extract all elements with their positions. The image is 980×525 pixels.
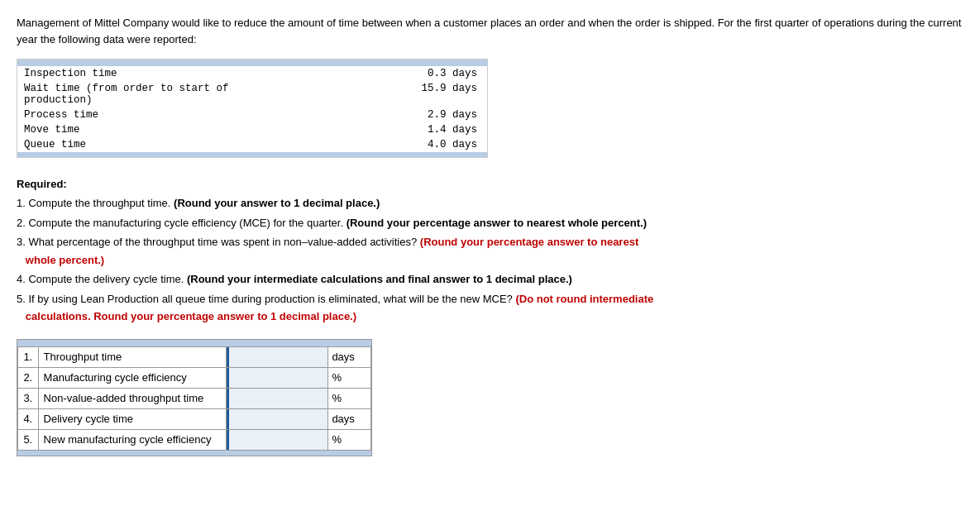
answer-row-label: Manufacturing cycle efficiency — [38, 367, 226, 388]
intro-paragraph: Management of Mittel Company would like … — [17, 15, 963, 47]
answer-input-cell[interactable] — [226, 408, 328, 429]
answer-row-unit: days — [328, 408, 371, 429]
req-4-bold: (Round your intermediate calculations an… — [187, 273, 572, 285]
data-row-value: 4.0 days — [282, 137, 487, 152]
data-row-label: Move time — [17, 122, 282, 137]
answer-row-number: 5. — [18, 429, 39, 450]
req-item-3: 3. What percentage of the throughput tim… — [17, 233, 963, 269]
data-table-wrapper: Inspection time 0.3 days Wait time (from… — [17, 59, 488, 158]
req-1-number: 1. — [17, 197, 28, 209]
req-1-plain: Compute the throughput time. — [28, 197, 174, 209]
answer-table-wrapper: 1. Throughput time days 2. Manufacturing… — [17, 339, 372, 456]
answer-row-unit: days — [328, 346, 371, 367]
data-row-value: 15.9 days — [282, 81, 487, 107]
answer-row: 5. New manufacturing cycle efficiency % — [18, 429, 371, 450]
answer-input-cell[interactable] — [226, 388, 328, 408]
required-section: Required: 1. Compute the throughput time… — [17, 175, 963, 326]
data-row-value: 1.4 days — [282, 122, 487, 137]
data-row-value: 0.3 days — [282, 66, 487, 81]
req-item-1: 1. Compute the throughput time. (Round y… — [17, 194, 963, 212]
req-2-number: 2. — [17, 217, 28, 229]
answer-row-unit: % — [328, 388, 371, 408]
req-5-number: 5. — [17, 293, 28, 305]
req-item-2: 2. Compute the manufacturing cycle effic… — [17, 214, 963, 231]
answer-row-number: 1. — [18, 346, 39, 367]
data-table-header — [17, 60, 487, 66]
required-heading: Required: — [17, 178, 67, 190]
data-row: Inspection time 0.3 days — [17, 66, 487, 81]
data-table-footer — [17, 152, 487, 157]
req-3-number: 3. — [17, 236, 28, 248]
data-row: Move time 1.4 days — [17, 122, 487, 137]
answer-row-number: 2. — [18, 367, 39, 388]
data-row: Queue time 4.0 days — [17, 137, 487, 152]
answer-row: 3. Non-value-added throughput time % — [18, 388, 371, 408]
answer-table-footer — [17, 451, 371, 456]
answer-row-number: 4. — [18, 408, 39, 429]
answer-input-4[interactable] — [227, 409, 328, 429]
data-row: Process time 2.9 days — [17, 107, 487, 122]
answer-row: 1. Throughput time days — [18, 346, 371, 367]
data-row-label: Inspection time — [17, 66, 282, 81]
answer-input-cell[interactable] — [226, 346, 328, 367]
req-2-bold: (Round your percentage answer to nearest… — [347, 217, 647, 229]
answer-input-2[interactable] — [227, 368, 328, 388]
req-4-plain: Compute the delivery cycle time. — [28, 273, 186, 285]
data-row: Wait time (from order to start of produc… — [17, 81, 487, 107]
data-row-label: Queue time — [17, 137, 282, 152]
req-3-plain: What percentage of the throughput time w… — [28, 236, 419, 248]
answer-row-label: Non-value-added throughput time — [38, 388, 226, 408]
answer-row-number: 3. — [18, 388, 39, 408]
answer-input-1[interactable] — [227, 347, 328, 367]
answer-input-cell[interactable] — [226, 367, 328, 388]
answer-input-cell[interactable] — [226, 429, 328, 450]
req-5-plain: If by using Lean Production all queue ti… — [28, 293, 515, 305]
req-item-5: 5. If by using Lean Production all queue… — [17, 290, 963, 326]
req-2-plain: Compute the manufacturing cycle efficien… — [28, 217, 346, 229]
data-row-label: Process time — [17, 107, 282, 122]
answer-table: 1. Throughput time days 2. Manufacturing… — [17, 346, 371, 451]
answer-input-3[interactable] — [227, 389, 328, 408]
answer-row-unit: % — [328, 367, 371, 388]
data-row-label: Wait time (from order to start of produc… — [17, 81, 282, 107]
req-item-4: 4. Compute the delivery cycle time. (Rou… — [17, 270, 963, 288]
data-row-value: 2.9 days — [282, 107, 487, 122]
req-4-number: 4. — [17, 273, 28, 285]
answer-row-label: Delivery cycle time — [38, 408, 226, 429]
data-table: Inspection time 0.3 days Wait time (from… — [17, 66, 487, 152]
req-1-bold: (Round your answer to 1 decimal place.) — [174, 197, 380, 209]
answer-row: 4. Delivery cycle time days — [18, 408, 371, 429]
answer-row-unit: % — [328, 429, 371, 450]
answer-table-header — [17, 340, 371, 346]
answer-input-5[interactable] — [227, 430, 328, 450]
answer-row: 2. Manufacturing cycle efficiency % — [18, 367, 371, 388]
answer-row-label: New manufacturing cycle efficiency — [38, 429, 226, 450]
answer-row-label: Throughput time — [38, 346, 226, 367]
